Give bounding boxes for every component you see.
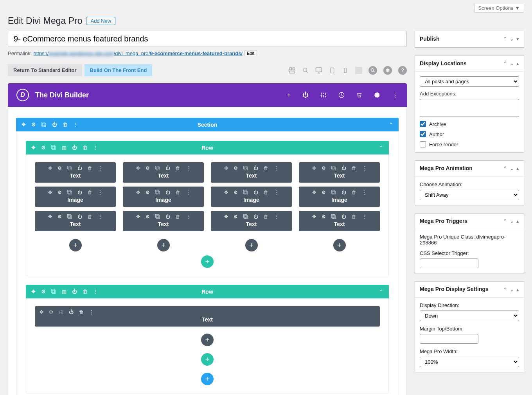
trash-icon[interactable]: 🗑 (264, 190, 268, 195)
trash-icon[interactable]: 🗑 (176, 165, 180, 171)
tablet-icon[interactable] (329, 67, 336, 74)
image-module[interactable]: ✥ ⚙ ⿻ ⏻ 🗑 ⋮ Image (211, 187, 292, 207)
power-icon[interactable]: ⏻ (253, 190, 258, 195)
menu-dots-icon[interactable]: ⋮ (274, 214, 279, 219)
duplicate-icon[interactable]: ⿻ (67, 165, 72, 171)
move-icon[interactable]: ✥ (40, 309, 43, 315)
menu-dots-icon[interactable]: ⋮ (392, 92, 398, 99)
text-module[interactable]: ✥ ⚙ ⿻ ⏻ 🗑 ⋮ Text (35, 211, 116, 231)
archive-checkbox[interactable] (420, 121, 426, 127)
text-module[interactable]: ✥ ⚙ ⿻ ⏻ 🗑 ⋮ Text (35, 162, 116, 183)
menu-dots-icon[interactable]: ⋮ (89, 309, 94, 315)
duplicate-icon[interactable]: ⿻ (331, 214, 336, 219)
duplicate-icon[interactable]: ⿻ (243, 190, 248, 195)
menu-dots-icon[interactable]: ⋮ (186, 214, 191, 219)
move-up-icon[interactable]: ⌃ (503, 218, 507, 224)
move-up-icon[interactable]: ⌃ (503, 287, 507, 293)
menu-dots-icon[interactable]: ⋮ (362, 190, 367, 195)
move-icon[interactable]: ✥ (224, 190, 228, 195)
gear-icon[interactable]: ⚙ (49, 309, 53, 315)
toggle-icon[interactable]: ▾ (516, 36, 519, 42)
gear-icon[interactable]: ⚙ (146, 165, 150, 171)
columns-icon[interactable]: ▥ (62, 145, 66, 151)
duplicate-icon[interactable]: ⿻ (155, 190, 160, 195)
power-icon[interactable]: ⏻ (77, 214, 82, 219)
post-title-input[interactable] (8, 31, 407, 47)
power-icon[interactable]: ⏻ (69, 309, 74, 315)
force-render-checkbox[interactable] (420, 141, 426, 147)
gear-icon[interactable]: ⚙ (322, 165, 326, 171)
power-icon[interactable]: ⏻ (165, 190, 170, 195)
width-select[interactable]: 100% (420, 357, 519, 367)
history-icon[interactable] (338, 92, 345, 98)
text-module[interactable]: ✥ ⚙ ⿻ ⏻ 🗑 ⋮ Text (211, 162, 292, 183)
power-icon[interactable]: ⏻ (253, 214, 258, 219)
desktop-icon[interactable] (315, 67, 322, 74)
chevron-up-icon[interactable]: ⌃ (389, 122, 393, 127)
gear-icon[interactable]: ⚙ (58, 214, 62, 219)
move-down-icon[interactable]: ⌄ (510, 165, 514, 171)
move-icon[interactable]: ✥ (312, 165, 316, 171)
chevron-up-icon[interactable]: ⌃ (379, 145, 383, 151)
add-section-button[interactable]: + (201, 373, 214, 385)
menu-dots-icon[interactable]: ⋮ (362, 165, 367, 171)
add-new-button[interactable]: Add New (86, 17, 115, 25)
power-icon[interactable]: ⏻ (72, 289, 77, 294)
add-row-button[interactable]: + (201, 255, 214, 268)
duplicate-icon[interactable]: ⿻ (67, 214, 72, 219)
add-module-button[interactable]: + (245, 239, 258, 251)
power-icon[interactable]: ⏻ (253, 165, 258, 171)
columns-icon[interactable]: ▥ (62, 289, 66, 294)
direction-select[interactable]: Down (420, 311, 519, 321)
trash-icon[interactable]: 🗑 (176, 214, 180, 219)
power-icon[interactable]: ⏻ (77, 165, 82, 171)
text-module[interactable]: ✥ ⚙ ⿻ ⏻ 🗑 ⋮ Text (123, 211, 204, 231)
section-header[interactable]: ✥ ⚙ ⿻ ⏻ 🗑 ⋮ Section ⌃ (16, 118, 399, 131)
power-icon[interactable]: ⏻ (72, 145, 77, 151)
screen-options-button[interactable]: Screen Options ▼ (474, 4, 524, 13)
menu-dots-icon[interactable]: ⋮ (73, 122, 78, 127)
wireframe-icon[interactable] (289, 67, 296, 74)
trash-icon[interactable]: 🗑 (264, 165, 268, 171)
menu-dots-icon[interactable]: ⋮ (186, 165, 191, 171)
duplicate-icon[interactable]: ⿻ (155, 165, 160, 171)
menu-dots-icon[interactable]: ⋮ (186, 190, 191, 195)
image-module[interactable]: ✥ ⚙ ⿻ ⏻ 🗑 ⋮ Image (123, 187, 204, 207)
text-module[interactable]: ✥ ⚙ ⿻ ⏻ 🗑 ⋮ Text (211, 211, 292, 231)
layers-icon[interactable] (383, 66, 392, 75)
display-locations-select[interactable]: All posts and pages (420, 76, 519, 87)
chevron-up-icon[interactable]: ⌃ (379, 289, 383, 294)
power-icon[interactable]: ⏻ (302, 92, 309, 99)
move-up-icon[interactable]: ⌃ (503, 36, 507, 42)
permalink-link[interactable]: https://example-wordpress-site.com/divi_… (33, 50, 243, 56)
animation-select[interactable]: Shift Away (420, 190, 519, 200)
move-down-icon[interactable]: ⌄ (510, 287, 514, 293)
duplicate-icon[interactable]: ⿻ (243, 165, 248, 171)
move-icon[interactable]: ✥ (48, 214, 52, 219)
text-module[interactable]: ✥ ⚙ ⿻ ⏻ 🗑 ⋮ Text (35, 306, 380, 327)
trash-icon[interactable]: 🗑 (88, 214, 92, 219)
add-row-button[interactable]: + (201, 353, 214, 366)
power-icon[interactable]: ⏻ (165, 214, 170, 219)
gear-icon[interactable]: ⚙ (58, 190, 62, 195)
text-module[interactable]: ✥ ⚙ ⿻ ⏻ 🗑 ⋮ Text (299, 211, 380, 231)
text-module[interactable]: ✥ ⚙ ⿻ ⏻ 🗑 ⋮ Text (299, 162, 380, 183)
move-icon[interactable]: ✥ (224, 214, 228, 219)
move-icon[interactable]: ✥ (136, 214, 140, 219)
add-icon[interactable]: + (287, 92, 291, 99)
menu-dots-icon[interactable]: ⋮ (98, 165, 102, 171)
move-icon[interactable]: ✥ (22, 122, 26, 127)
move-down-icon[interactable]: ⌄ (510, 218, 514, 224)
help-icon[interactable]: ? (398, 66, 407, 75)
gear-icon[interactable]: ⚙ (322, 214, 326, 219)
menu-dots-icon[interactable]: ⋮ (274, 165, 279, 171)
move-down-icon[interactable]: ⌄ (510, 61, 514, 66)
add-module-button[interactable]: + (333, 239, 346, 251)
add-module-button[interactable]: + (69, 239, 82, 251)
gear-icon[interactable]: ⚙ (31, 122, 36, 127)
menu-dots-icon[interactable]: ⋮ (274, 190, 279, 195)
move-down-icon[interactable]: ⌄ (510, 36, 514, 42)
gear-icon[interactable]: ⚙ (234, 190, 238, 195)
move-icon[interactable]: ✥ (31, 289, 36, 294)
author-checkbox[interactable] (420, 131, 426, 137)
